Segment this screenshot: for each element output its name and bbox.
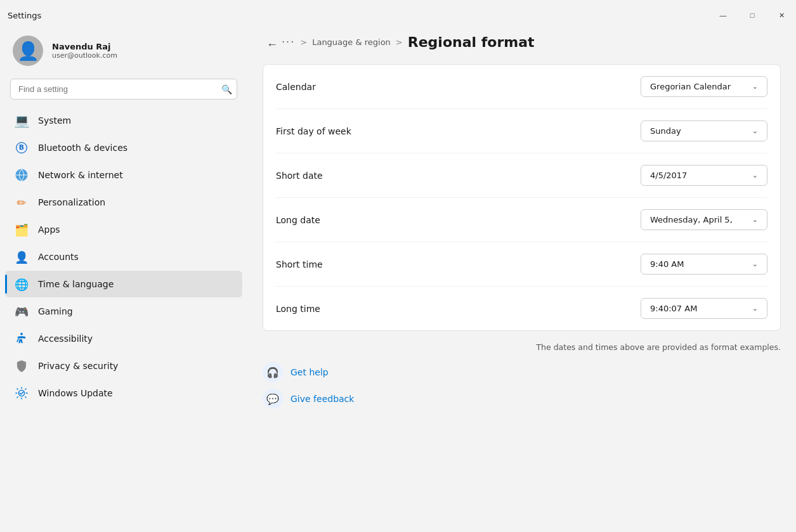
user-email: user@outlook.com <box>52 51 117 60</box>
user-section: 👤 Navendu Raj user@outlook.com <box>0 25 247 76</box>
settings-row-long-date: Long date Wednesday, April 5, ⌄ <box>276 198 767 242</box>
maximize-button[interactable]: □ <box>738 5 767 25</box>
sidebar-item-label: Windows Update <box>38 388 113 398</box>
privacy-icon <box>14 358 29 373</box>
network-icon <box>14 167 29 183</box>
sidebar-item-apps[interactable]: 🗂️ Apps <box>5 216 242 243</box>
user-info: Navendu Raj user@outlook.com <box>52 42 117 60</box>
breadcrumb-dots: ··· <box>282 36 295 48</box>
give-feedback-link[interactable]: Give feedback <box>290 394 354 404</box>
personalization-icon: ✏️ <box>14 195 29 210</box>
long-time-dropdown[interactable]: 9:40:07 AM ⌄ <box>641 298 767 319</box>
sidebar-item-label: Personalization <box>38 197 105 207</box>
sidebar-item-label: System <box>38 115 71 126</box>
breadcrumb-parent[interactable]: Language & region <box>312 37 391 47</box>
settings-row-long-time: Long time 9:40:07 AM ⌄ <box>276 287 767 330</box>
long-date-chevron-icon: ⌄ <box>752 216 758 224</box>
search-button[interactable]: 🔍 <box>221 84 232 94</box>
long-date-value: Wednesday, April 5, <box>650 215 733 224</box>
long-date-label: Long date <box>276 215 320 225</box>
sidebar-item-system[interactable]: 💻 System <box>5 107 242 134</box>
apps-icon: 🗂️ <box>14 222 29 237</box>
accounts-icon: 👤 <box>14 249 29 264</box>
settings-row-short-date: Short date 4/5/2017 ⌄ <box>276 153 767 198</box>
sidebar-item-label: Accessibility <box>38 334 93 344</box>
sidebar-item-personalization[interactable]: ✏️ Personalization <box>5 189 242 216</box>
sidebar-item-bluetooth[interactable]: B Bluetooth & devices <box>5 134 242 161</box>
main-content: ← ··· > Language & region > Regional for… <box>247 25 796 532</box>
first-day-chevron-icon: ⌄ <box>752 127 758 135</box>
accessibility-icon <box>14 331 29 346</box>
get-help-row: 🎧 Get help <box>263 362 781 382</box>
short-date-dropdown[interactable]: 4/5/2017 ⌄ <box>641 165 767 186</box>
gaming-icon: 🎮 <box>14 304 29 319</box>
first-day-label: First day of week <box>276 126 351 136</box>
sidebar-item-network[interactable]: Network & internet <box>5 162 242 188</box>
search-icon: 🔍 <box>221 84 232 94</box>
settings-card: Calendar Gregorian Calendar ⌄ First day … <box>263 64 781 331</box>
long-time-chevron-icon: ⌄ <box>752 304 758 313</box>
get-help-icon: 🎧 <box>263 362 283 382</box>
breadcrumb: ··· > Language & region > Regional forma… <box>282 29 535 60</box>
sidebar-item-accounts[interactable]: 👤 Accounts <box>5 243 242 270</box>
sidebar-item-label: Gaming <box>38 306 73 316</box>
sidebar-item-label: Network & internet <box>38 170 123 180</box>
svg-point-2 <box>20 333 23 335</box>
sidebar-item-privacy[interactable]: Privacy & security <box>5 353 242 379</box>
windows-update-icon <box>14 386 29 401</box>
nav-items: 💻 System B Bluetooth & devices <box>0 107 247 406</box>
avatar: 👤 <box>13 36 43 66</box>
short-date-chevron-icon: ⌄ <box>752 171 758 179</box>
avatar-icon: 👤 <box>17 41 39 62</box>
bluetooth-icon: B <box>14 140 29 155</box>
first-day-dropdown[interactable]: Sunday ⌄ <box>641 120 767 141</box>
short-time-label: Short time <box>276 259 323 269</box>
sidebar-item-time-language[interactable]: 🌐 Time & language <box>5 271 242 297</box>
format-note: The dates and times above are provided a… <box>263 334 781 357</box>
search-input[interactable] <box>10 79 237 100</box>
sidebar: 👤 Navendu Raj user@outlook.com 🔍 💻 Syste… <box>0 25 247 532</box>
titlebar-title: Settings <box>8 11 41 20</box>
settings-row-calendar: Calendar Gregorian Calendar ⌄ <box>276 65 767 109</box>
short-time-dropdown[interactable]: 9:40 AM ⌄ <box>641 254 767 275</box>
long-time-label: Long time <box>276 304 320 314</box>
calendar-chevron-icon: ⌄ <box>752 82 758 91</box>
svg-text:B: B <box>19 143 24 152</box>
minimize-button[interactable]: — <box>708 5 738 25</box>
calendar-dropdown[interactable]: Gregorian Calendar ⌄ <box>641 76 767 97</box>
close-button[interactable]: ✕ <box>767 5 796 25</box>
long-date-dropdown[interactable]: Wednesday, April 5, ⌄ <box>641 209 767 230</box>
sidebar-item-label: Privacy & security <box>38 361 118 371</box>
sidebar-item-label: Apps <box>38 224 60 235</box>
give-feedback-row: 💬 Give feedback <box>263 389 781 409</box>
app-container: 👤 Navendu Raj user@outlook.com 🔍 💻 Syste… <box>0 25 796 532</box>
calendar-value: Gregorian Calendar <box>650 82 731 91</box>
back-button[interactable]: ← <box>263 36 282 54</box>
sidebar-item-accessibility[interactable]: Accessibility <box>5 325 242 352</box>
breadcrumb-header: ← ··· > Language & region > Regional for… <box>263 25 781 64</box>
sidebar-item-label: Time & language <box>38 279 114 289</box>
time-language-icon: 🌐 <box>14 276 29 292</box>
system-icon: 💻 <box>14 113 29 128</box>
short-time-value: 9:40 AM <box>650 259 684 269</box>
calendar-label: Calendar <box>276 82 316 92</box>
titlebar: Settings — □ ✕ <box>0 0 796 25</box>
sidebar-item-label: Bluetooth & devices <box>38 143 127 153</box>
long-time-value: 9:40:07 AM <box>650 304 697 313</box>
breadcrumb-current: Regional format <box>408 34 535 50</box>
get-help-link[interactable]: Get help <box>290 367 329 377</box>
short-time-chevron-icon: ⌄ <box>752 260 758 268</box>
give-feedback-icon: 💬 <box>263 389 283 409</box>
sidebar-item-gaming[interactable]: 🎮 Gaming <box>5 298 242 325</box>
sidebar-item-label: Accounts <box>38 252 79 262</box>
search-box: 🔍 <box>10 79 237 100</box>
short-date-label: Short date <box>276 171 323 181</box>
help-links: 🎧 Get help 💬 Give feedback <box>263 357 781 414</box>
titlebar-controls: — □ ✕ <box>708 5 796 25</box>
user-name: Navendu Raj <box>52 42 117 51</box>
first-day-value: Sunday <box>650 126 681 136</box>
short-date-value: 4/5/2017 <box>650 171 687 180</box>
settings-row-short-time: Short time 9:40 AM ⌄ <box>276 242 767 287</box>
sidebar-item-windows-update[interactable]: Windows Update <box>5 380 242 406</box>
settings-row-first-day: First day of week Sunday ⌄ <box>276 109 767 153</box>
